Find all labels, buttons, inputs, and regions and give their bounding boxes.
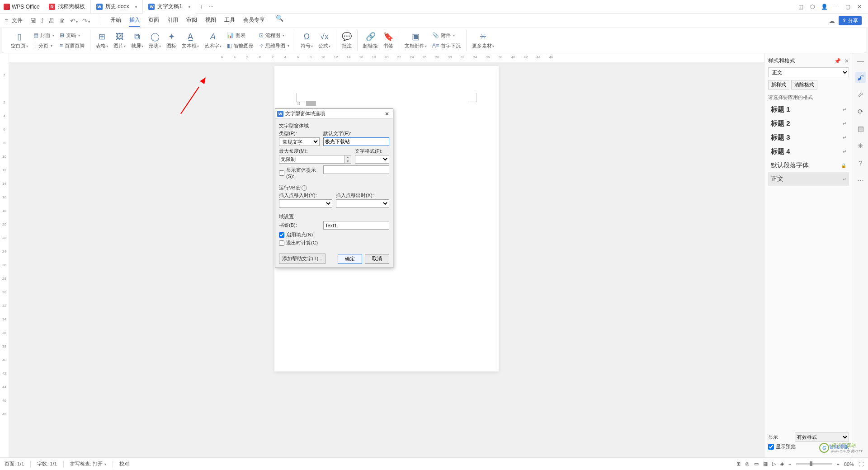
comment-button[interactable]: 💬批注 xyxy=(341,31,353,50)
app-logo: WPS Office xyxy=(0,4,43,10)
share-button[interactable]: ⇪ 分享 xyxy=(839,16,862,25)
titlebar: WPS Office D 找稻壳模板 W 历史.docx W 文字文稿1 + ⋯… xyxy=(0,0,868,14)
symbol-button[interactable]: Ω符号▾ xyxy=(300,31,314,50)
tab-view[interactable]: 视图 xyxy=(205,14,216,27)
tab-review[interactable]: 审阅 xyxy=(186,14,197,27)
pagenum-button[interactable]: ⊞页码▾ xyxy=(59,31,85,40)
tab-reference[interactable]: 引用 xyxy=(167,14,178,27)
share-label: 分享 xyxy=(848,17,858,24)
multiwin-icon[interactable]: ◫ xyxy=(796,2,806,12)
mindmap-button[interactable]: ⊹思维导图▾ xyxy=(258,42,290,50)
picture-button[interactable]: 🖼图片▾ xyxy=(113,31,127,50)
app-name: WPS Office xyxy=(12,4,40,10)
preview-icon[interactable]: 🗎 xyxy=(59,17,66,24)
new-tab-button[interactable]: + xyxy=(196,1,207,12)
tab-label: 历史.docx xyxy=(105,3,129,10)
icon-button[interactable]: ✦图标 xyxy=(165,31,177,50)
hyperlink-button[interactable]: 🔗超链接 xyxy=(362,31,379,50)
print-icon[interactable]: 🖶 xyxy=(48,17,55,24)
header-footer-button[interactable]: ≡页眉页脚 xyxy=(59,42,85,50)
word-icon: W xyxy=(96,4,103,10)
tab-modified-icon xyxy=(189,6,190,8)
equation-button[interactable]: √x公式▾ xyxy=(317,31,331,50)
minimize-button[interactable]: — xyxy=(831,2,841,12)
table-button[interactable]: ⊞表格▾ xyxy=(95,31,109,50)
wordart-button[interactable]: A艺术字▾ xyxy=(203,31,222,50)
close-button[interactable]: ✕ xyxy=(854,2,864,12)
tab-insert[interactable]: 插入 xyxy=(129,14,140,27)
tab-label: 找稻壳模板 xyxy=(58,3,85,10)
wps-icon xyxy=(4,4,10,10)
section-button[interactable]: ┊分页▾ xyxy=(33,42,55,50)
smartart-button[interactable]: ◧智能图形 xyxy=(226,42,255,50)
cube-icon[interactable]: ⬡ xyxy=(807,2,817,12)
file-menu[interactable]: 文件 xyxy=(12,17,23,24)
attachment-button[interactable]: 📎附件▾ xyxy=(431,31,462,40)
bookmark-button[interactable]: 🔖书签 xyxy=(382,31,394,50)
search-icon[interactable]: 🔍 xyxy=(276,14,283,27)
ribbon: ▯空白页▾ ▤封面▾ ┊分页▾ ⊞页码▾ ≡页眉页脚 ⊞表格▾ 🖼图片▾ ⧉截屏… xyxy=(2,28,866,53)
tab-history[interactable]: W 历史.docx xyxy=(91,0,143,14)
tab-member[interactable]: 会员专享 xyxy=(243,14,265,27)
avatar-icon[interactable]: 👤 xyxy=(819,2,829,12)
tab-menu-icon[interactable]: ⋯ xyxy=(209,4,213,9)
tab-tools[interactable]: 工具 xyxy=(224,14,235,27)
hamburger-icon[interactable]: ≡ xyxy=(3,15,10,26)
tab-modified-icon xyxy=(135,6,137,8)
redo-icon[interactable]: ↷▾ xyxy=(82,17,90,24)
docpart-button[interactable]: ▣文档部件▾ xyxy=(404,31,428,50)
word-icon: W xyxy=(148,4,155,10)
flowchart-button[interactable]: ⊡流程图▾ xyxy=(258,31,290,40)
cloud-icon[interactable]: ☁ xyxy=(829,17,835,24)
screenshot-button[interactable]: ⧉截屏▾ xyxy=(130,31,144,50)
more-material-button[interactable]: ✳更多素材▾ xyxy=(471,31,495,50)
chart-button[interactable]: 📊图表 xyxy=(226,31,255,40)
shape-button[interactable]: ◯形状▾ xyxy=(148,31,162,50)
textbox-button[interactable]: A̲文本框▾ xyxy=(181,31,200,50)
undo-icon[interactable]: ↶▾ xyxy=(70,17,78,24)
export-icon[interactable]: ⤴ xyxy=(41,17,44,24)
tab-home[interactable]: 开始 xyxy=(110,14,121,27)
dropcap-button[interactable]: A≡首字下沉 xyxy=(431,42,462,50)
docer-icon: D xyxy=(49,4,55,10)
cover-button[interactable]: ▤封面▾ xyxy=(33,31,55,40)
save-icon[interactable]: 🖫 xyxy=(30,17,36,24)
tab-template[interactable]: D 找稻壳模板 xyxy=(43,0,91,14)
tab-page[interactable]: 页面 xyxy=(148,14,159,27)
tab-current[interactable]: W 文字文稿1 xyxy=(143,0,196,14)
menu-tabs: 开始 插入 页面 引用 审阅 视图 工具 会员专享 🔍 xyxy=(107,14,287,27)
menubar: ≡ 文件 🖫 ⤴ 🖶 🗎 ↶▾ ↷▾ 开始 插入 页面 引用 审阅 视图 工具 … xyxy=(0,14,868,28)
maximize-button[interactable]: ▢ xyxy=(843,2,853,12)
tab-label: 文字文稿1 xyxy=(157,3,182,10)
blank-page-button[interactable]: ▯空白页▾ xyxy=(10,31,29,50)
